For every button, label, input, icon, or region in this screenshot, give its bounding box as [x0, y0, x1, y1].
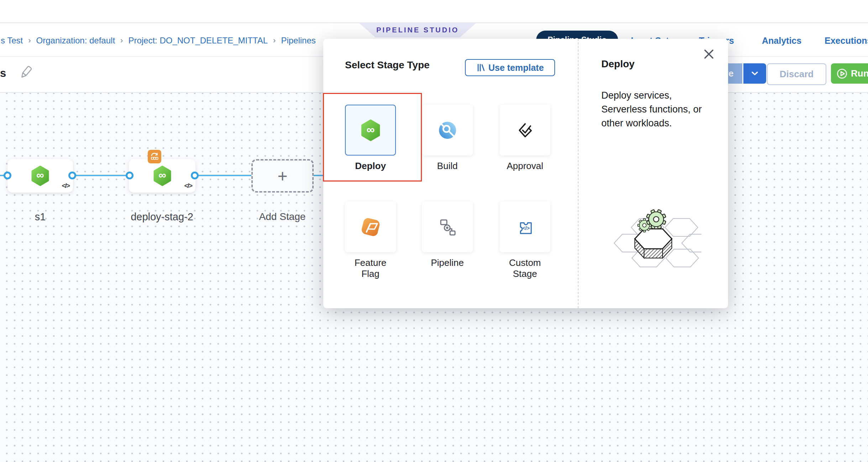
pipeline-studio-banner: PIPELINE STUDIO: [359, 23, 476, 37]
breadcrumb-separator: ›: [120, 36, 123, 45]
feature-flag-stage-icon: [360, 216, 381, 238]
breadcrumb-item-account[interactable]: s Test: [1, 36, 23, 46]
stage-node-s1[interactable]: ∞ </>: [7, 159, 73, 193]
build-stage-icon: [438, 121, 457, 140]
play-circle-icon: [837, 68, 847, 79]
banner-label: PIPELINE STUDIO: [376, 26, 459, 34]
stage-type-custom-label: Custom Stage: [500, 257, 550, 279]
app-root: PIPELINE STUDIO s Test › Organization: d…: [0, 0, 868, 462]
add-stage-button[interactable]: +: [251, 159, 314, 193]
stage-type-approval[interactable]: [500, 105, 550, 156]
breadcrumb-item-project[interactable]: Project: DO_NOT_DELETE_MITTAL: [128, 36, 268, 46]
breadcrumb: s Test › Organization: default › Project…: [1, 36, 316, 46]
pipeline-stage-icon: [438, 217, 457, 237]
node-port[interactable]: [68, 172, 76, 179]
add-stage-label: Add Stage: [259, 211, 306, 222]
top-header-strip: [0, 0, 868, 23]
template-library-icon: [476, 63, 485, 72]
annotation-highlight-deploy: [323, 93, 422, 182]
custom-stage-icon: </>: [515, 217, 535, 237]
breadcrumb-item-pipelines[interactable]: Pipelines: [281, 36, 315, 46]
chevron-down-icon: [752, 72, 758, 75]
breadcrumb-item-organization[interactable]: Organization: default: [36, 36, 115, 46]
approval-stage-icon: [516, 121, 534, 140]
tab-executions[interactable]: Executions: [825, 36, 868, 46]
stage-type-feature-flag-label: Feature Flag: [345, 257, 396, 279]
svg-text:∞: ∞: [158, 169, 166, 181]
stage-label-deploy-stag-2: deploy-stag-2: [131, 211, 193, 223]
run-button[interactable]: Run: [831, 63, 868, 84]
save-options-button[interactable]: [743, 63, 766, 84]
stage-description-text: Deploy services, Serverless functions, o…: [601, 89, 708, 130]
pipeline-name: s: [0, 67, 6, 80]
use-template-label: Use template: [488, 63, 544, 73]
code-icon[interactable]: </>: [184, 182, 192, 190]
tab-analytics[interactable]: Analytics: [762, 36, 801, 46]
stage-type-custom[interactable]: </>: [500, 201, 550, 252]
dialog-title: Select Stage Type: [345, 59, 430, 71]
node-port[interactable]: [4, 172, 11, 179]
stage-type-pipeline-label: Pipeline: [422, 257, 473, 268]
stage-label-s1: s1: [35, 211, 46, 223]
connector-line: [72, 175, 130, 176]
close-icon[interactable]: [703, 48, 715, 60]
node-port[interactable]: [191, 172, 199, 179]
breadcrumb-separator: ›: [273, 36, 276, 45]
svg-text:∞: ∞: [36, 169, 44, 181]
connector-line: [195, 175, 251, 176]
stage-node-deploy-stag-2[interactable]: ∞ </>: [129, 159, 195, 193]
stage-type-build[interactable]: [422, 105, 473, 156]
breadcrumb-separator: ›: [28, 36, 31, 45]
cd-stage-icon: ∞: [153, 166, 172, 186]
discard-button-label: Discard: [780, 69, 814, 80]
dialog-divider: [578, 39, 579, 308]
code-icon[interactable]: </>: [62, 182, 69, 190]
discard-button[interactable]: Discard: [767, 63, 826, 85]
plus-icon: +: [277, 166, 287, 186]
stage-type-build-label: Build: [422, 161, 473, 172]
stage-description-title: Deploy: [601, 58, 634, 70]
node-port[interactable]: [126, 172, 134, 179]
edit-pencil-icon[interactable]: [18, 64, 34, 80]
deploy-illustration: [602, 203, 701, 269]
stage-type-approval-label: Approval: [500, 161, 550, 172]
rolling-strategy-icon: [148, 150, 161, 163]
svg-text:</>: </>: [522, 225, 529, 231]
run-button-label: Run: [851, 68, 868, 79]
stage-type-pipeline[interactable]: [422, 201, 473, 252]
cd-stage-icon: ∞: [31, 166, 49, 186]
stage-type-feature-flag[interactable]: [345, 201, 396, 252]
use-template-button[interactable]: Use template: [465, 59, 555, 76]
